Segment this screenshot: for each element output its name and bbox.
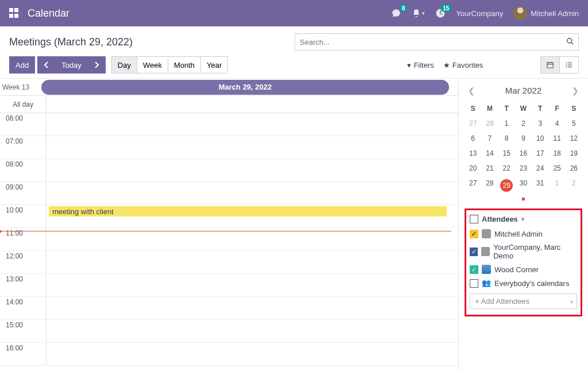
mini-day[interactable]: 8 — [498, 131, 515, 146]
mini-day[interactable]: 11 — [548, 131, 565, 146]
time-slot[interactable] — [46, 182, 458, 204]
mini-day[interactable]: 25 — [548, 161, 565, 176]
mini-day[interactable]: 29 — [498, 176, 515, 195]
hour-row[interactable]: 09:00 — [0, 182, 458, 205]
attendee-checkbox[interactable]: ✓ — [470, 230, 478, 238]
mini-day[interactable]: 19 — [566, 146, 582, 161]
calendar-view-button[interactable] — [540, 56, 560, 74]
mini-day[interactable]: 2 — [566, 176, 582, 195]
attendee-checkbox[interactable]: ✓ — [470, 248, 478, 256]
hour-row[interactable]: 11:00 — [0, 228, 458, 251]
mini-day[interactable]: 9 — [515, 131, 532, 146]
search-icon[interactable] — [566, 37, 574, 45]
next-button[interactable] — [87, 56, 106, 74]
mini-day[interactable]: 22 — [498, 161, 515, 176]
mini-day[interactable]: 21 — [481, 161, 498, 176]
star-icon: ★ — [443, 61, 450, 69]
time-slot[interactable] — [46, 343, 458, 365]
attendee-row[interactable]: ✓YourCompany, Marc Demo — [470, 241, 577, 262]
attendee-row[interactable]: ✓Wood Corner — [470, 262, 577, 276]
mini-day[interactable]: 1 — [498, 116, 515, 131]
filters-button[interactable]: ▾Filters — [407, 61, 434, 69]
mini-day[interactable]: 26 — [566, 161, 582, 176]
hour-row[interactable]: 07:00 — [0, 136, 458, 159]
attendee-checkbox[interactable]: ✓ — [470, 265, 478, 274]
mini-day[interactable]: 18 — [548, 146, 565, 161]
mini-day[interactable]: 23 — [515, 161, 532, 176]
hour-row[interactable]: 15:00 — [0, 320, 458, 343]
mini-day[interactable]: 30 — [515, 176, 532, 195]
day-header[interactable]: March 29, 2022 — [41, 80, 449, 95]
prev-button[interactable] — [37, 56, 56, 74]
mini-day[interactable]: 13 — [465, 146, 481, 161]
attendee-label: Mitchell Admin — [494, 230, 543, 238]
mini-day[interactable]: 10 — [532, 131, 548, 146]
company-switcher[interactable]: YourCompany — [456, 9, 503, 18]
attendee-row[interactable]: ✓Mitchell Admin — [470, 227, 577, 241]
scale-month[interactable]: Month — [168, 56, 201, 74]
event-block[interactable]: meeting with client — [49, 206, 447, 217]
mini-day[interactable]: 1 — [548, 176, 565, 195]
mini-day[interactable]: 27 — [465, 176, 481, 195]
apps-icon[interactable] — [9, 8, 20, 18]
mini-day[interactable]: 6 — [465, 131, 481, 146]
favorites-button[interactable]: ★Favorites — [443, 61, 483, 69]
app-title[interactable]: Calendar — [28, 7, 69, 20]
today-button[interactable]: Today — [55, 56, 88, 74]
user-menu[interactable]: Mitchell Admin — [513, 6, 579, 20]
scale-day[interactable]: Day — [111, 56, 137, 74]
add-attendees-input[interactable]: + Add Attendees — [470, 293, 577, 309]
time-grid-scroll[interactable]: 06:0007:0008:0009:0010:0011:0012:0013:00… — [0, 113, 458, 371]
mini-day[interactable]: 7 — [481, 131, 498, 146]
attendees-checkbox[interactable] — [470, 215, 478, 223]
messaging-badge: 8 — [400, 5, 408, 12]
hour-row[interactable]: 13:00 — [0, 274, 458, 297]
mini-cal-title: Mar 2022 — [505, 86, 541, 95]
time-slot[interactable] — [46, 113, 458, 136]
time-label: 08:00 — [0, 159, 46, 181]
hour-row[interactable]: 08:00 — [0, 159, 458, 182]
search-input[interactable] — [295, 33, 579, 51]
mini-next-button[interactable]: ❯ — [572, 86, 579, 95]
mini-day[interactable]: 16 — [515, 146, 532, 161]
mini-day[interactable]: 15 — [498, 146, 515, 161]
messaging-icon[interactable]: 8 — [391, 8, 401, 18]
mini-day[interactable]: 3 — [532, 116, 548, 131]
time-slot[interactable] — [46, 251, 458, 273]
attendee-row[interactable]: 👥Everybody's calendars — [470, 276, 577, 290]
mini-day[interactable]: 4 — [548, 116, 565, 131]
time-slot[interactable] — [46, 320, 458, 342]
scale-year[interactable]: Year — [200, 56, 228, 74]
hour-row[interactable]: 14:00 — [0, 297, 458, 320]
mini-day[interactable]: 2 — [515, 116, 532, 131]
mini-prev-button[interactable]: ❮ — [468, 86, 475, 95]
mini-day[interactable]: 27 — [465, 116, 481, 131]
list-icon — [565, 61, 573, 69]
mini-day[interactable]: 31 — [532, 176, 548, 195]
svg-point-10 — [566, 64, 567, 65]
activities-icon[interactable]: 15 — [435, 8, 446, 18]
hour-row[interactable]: 16:00 — [0, 343, 458, 366]
svg-point-9 — [566, 63, 567, 64]
time-slot[interactable] — [46, 159, 458, 181]
list-view-button[interactable] — [559, 56, 579, 74]
mini-day[interactable]: 14 — [481, 146, 498, 161]
mini-day[interactable]: 20 — [465, 161, 481, 176]
mini-day[interactable]: 12 — [566, 131, 582, 146]
add-button[interactable]: Add — [9, 56, 35, 74]
scale-week[interactable]: Week — [137, 56, 168, 74]
mini-day[interactable]: 28 — [481, 176, 498, 195]
mini-day[interactable]: 17 — [532, 146, 548, 161]
hour-row[interactable]: 12:00 — [0, 251, 458, 274]
time-slot[interactable] — [46, 297, 458, 319]
time-slot[interactable] — [46, 274, 458, 296]
mini-day[interactable]: 24 — [532, 161, 548, 176]
attendees-toggle[interactable]: Attendees ▾ — [470, 215, 577, 223]
mini-day[interactable]: 5 — [566, 116, 582, 131]
attendee-checkbox[interactable] — [470, 279, 478, 288]
hour-row[interactable]: 06:00 — [0, 113, 458, 136]
time-slot[interactable] — [46, 136, 458, 159]
mini-day[interactable]: 28 — [481, 116, 498, 131]
notifications-icon[interactable]: ▾ — [412, 9, 425, 18]
all-day-slot[interactable] — [46, 96, 458, 113]
